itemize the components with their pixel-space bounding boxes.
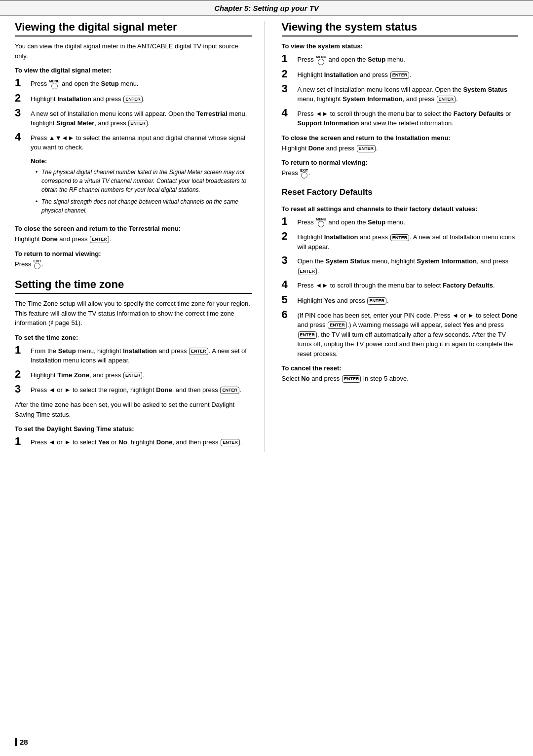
step-item: 1 Press MENU and open the Setup menu. [282, 53, 519, 65]
step-item: 1 Press MENU and open the Setup menu. [282, 216, 519, 228]
step-text: (If PIN code has been set, enter your PI… [298, 309, 519, 359]
step-item: 3 A new set of Installation menu icons w… [282, 83, 519, 104]
step-text: Press ◄ or ► to select the region, highl… [31, 383, 252, 395]
step-item: 2 Highlight Time Zone, and press ENTER. [15, 368, 252, 380]
subsection-label-view-digital: To view the digital signal meter: [15, 67, 252, 74]
intro-time-zone: The Time Zone setup will allow you to sp… [15, 299, 252, 328]
step-number: 1 [15, 77, 29, 89]
step-number: 1 [282, 216, 296, 227]
enter-button-icon: ENTER [221, 439, 240, 446]
section-time-zone: Setting the time zone The Time Zone setu… [15, 278, 252, 447]
subsection-label-cancel-reset: To cancel the reset: [282, 364, 519, 372]
enter-button-icon: ENTER [123, 96, 143, 103]
enter-button-icon: ENTER [298, 268, 317, 275]
subsection-label-view-system-status: To view the system status: [282, 42, 519, 50]
step-item: 3 Press ◄ or ► to select the region, hig… [15, 383, 252, 395]
step-text: Press ◄► to scroll through the menu bar … [298, 107, 519, 128]
step-number: 4 [282, 107, 296, 119]
step-number: 3 [15, 107, 29, 119]
enter-button-icon: ENTER [342, 375, 361, 383]
cancel-reset-text: Select No and press ENTER in step 5 abov… [282, 374, 519, 384]
steps-daylight-saving: 1 Press ◄ or ► to select Yes or No, high… [15, 435, 252, 447]
content-area: Viewing the digital signal meter You can… [0, 21, 533, 452]
step-number: 2 [282, 230, 296, 242]
section-title-system-status: Viewing the system status [282, 21, 519, 36]
step-number: 4 [282, 279, 296, 290]
section-title-reset-factory: Reset Factory Defaults [282, 187, 519, 199]
steps-set-time-zone: 1 From the Setup menu, highlight Install… [15, 344, 252, 395]
page-number: 28 [15, 738, 28, 746]
steps-view-digital: 1 Press MENU and open the Setup menu. 2 … [15, 77, 252, 219]
return-normal-text2: Press EXIT. [282, 168, 519, 179]
step-number: 6 [282, 309, 296, 321]
enter-button-icon: ENTER [298, 331, 317, 339]
section-title-time-zone: Setting the time zone [15, 278, 252, 294]
step-text: A new set of Installation menu icons wil… [31, 107, 252, 128]
step-number: 2 [282, 68, 296, 80]
menu-icon: MENU [49, 79, 60, 89]
step-number: 2 [15, 92, 29, 104]
step-item: 3 A new set of Installation menu icons w… [15, 107, 252, 128]
steps-view-system-status: 1 Press MENU and open the Setup menu. 2 … [282, 53, 519, 128]
step-number: 1 [282, 53, 296, 65]
enter-button-icon: ENTER [189, 348, 208, 355]
intro-digital-signal: You can view the digital signal meter in… [15, 41, 252, 61]
step-item: 4 Press ◄► to scroll through the menu ba… [282, 107, 519, 128]
enter-button-icon: ENTER [390, 72, 410, 79]
step-text: From the Setup menu, highlight Installat… [31, 344, 252, 365]
section-system-status: Viewing the system status To view the sy… [282, 21, 519, 179]
step-text: Highlight Installation and press ENTER. [31, 92, 252, 104]
subsection-label-return-normal1: To return to normal viewing: [15, 250, 252, 257]
step-text: Highlight Installation and press ENTER. [298, 68, 519, 80]
step-text: Press ◄► to scroll through the menu bar … [298, 279, 519, 290]
step-item: 1 Press MENU and open the Setup menu. [15, 77, 252, 89]
enter-button-icon: ENTER [390, 234, 410, 242]
section-digital-signal-meter: Viewing the digital signal meter You can… [15, 21, 252, 269]
subsection-label-close-installation: To close the screen and return to the In… [282, 134, 519, 142]
step-item: 2 Highlight Installation and press ENTER… [282, 230, 519, 252]
exit-icon: EXIT [300, 169, 308, 179]
step-item: 2 Highlight Installation and press ENTER… [282, 68, 519, 80]
note-item: The physical digital channel number list… [36, 168, 252, 194]
step-item: 1 From the Setup menu, highlight Install… [15, 344, 252, 365]
enter-button-icon: ENTER [90, 236, 109, 243]
step-item: 4 Press ◄► to scroll through the menu ba… [282, 279, 519, 290]
step-number: 1 [15, 344, 29, 356]
step-item: 5 Highlight Yes and press ENTER. [282, 294, 519, 306]
right-column: Viewing the system status To view the sy… [279, 21, 519, 452]
note-label: Note: [31, 157, 47, 165]
step-text: Press ◄ or ► to select Yes or No, highli… [31, 435, 252, 447]
enter-button-icon: ENTER [328, 322, 347, 329]
step-text: Highlight Installation and press ENTER. … [298, 230, 519, 252]
menu-icon: MENU [316, 55, 326, 65]
step-text: Open the System Status menu, highlight S… [298, 254, 519, 276]
menu-icon: MENU [316, 217, 326, 227]
chapter-header: Chapter 5: Setting up your TV [0, 0, 533, 16]
page: Chapter 5: Setting up your TV Viewing th… [0, 0, 533, 756]
after-time-zone-steps: After the time zone has been set, you wi… [15, 400, 252, 419]
subsection-label-set-time-zone: To set the time zone: [15, 334, 252, 341]
step-text: Highlight Time Zone, and press ENTER. [31, 368, 252, 380]
enter-button-icon: ENTER [128, 120, 148, 127]
step-text: Press ▲▼◄► to select the antenna input a… [31, 131, 252, 219]
step-number: 3 [282, 83, 296, 95]
step-number: 3 [282, 254, 296, 266]
step-number: 3 [15, 383, 29, 395]
enter-button-icon: ENTER [220, 387, 239, 394]
step-text: Press MENU and open the Setup menu. [298, 216, 519, 228]
subsection-label-reset-all: To reset all settings and channels to th… [282, 205, 519, 213]
step-item: 4 Press ▲▼◄► to select the antenna input… [15, 131, 252, 219]
step-text: A new set of Installation menu icons wil… [298, 83, 519, 104]
section-reset-factory: Reset Factory Defaults To reset all sett… [282, 187, 519, 384]
section-title-digital-signal: Viewing the digital signal meter [15, 21, 252, 36]
enter-button-icon: ENTER [367, 297, 386, 305]
note-section: Note: The physical digital channel numbe… [31, 156, 252, 216]
subsection-label-return-normal2: To return to normal viewing: [282, 159, 519, 166]
return-normal-text1: Press EXIT. [15, 259, 252, 270]
exit-icon: EXIT [34, 259, 41, 269]
note-item: The signal strength does not change betw… [36, 197, 252, 215]
enter-button-icon: ENTER [437, 96, 456, 103]
enter-button-icon: ENTER [357, 145, 376, 152]
subsection-label-daylight-saving: To set the Daylight Saving Time status: [15, 425, 252, 432]
step-item: 3 Open the System Status menu, highlight… [282, 254, 519, 276]
